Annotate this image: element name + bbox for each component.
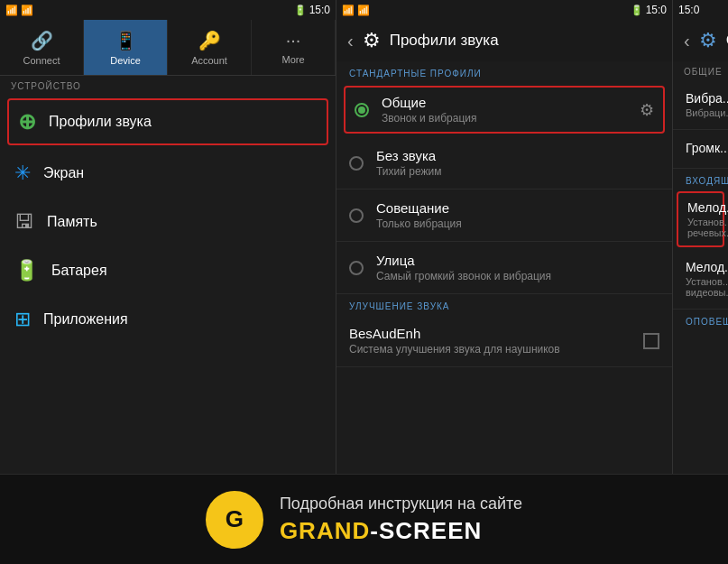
tab-connect[interactable]: 🔗 Connect: [0, 20, 84, 75]
profile-street[interactable]: Улица Самый громкий звонок и вибрация: [336, 242, 672, 294]
profile-general[interactable]: Общие Звонок и вибрация ⚙: [344, 86, 665, 134]
tab-more[interactable]: ··· More: [252, 20, 336, 75]
panel-general-settings: ‹ ⚙ Сохр ОБЩИЕ Вибра... Вибраци... Громк…: [673, 20, 728, 474]
profile-general-sub: Звонок и вибрация: [382, 112, 640, 125]
account-icon: 🔑: [198, 30, 221, 51]
p3-melody2[interactable]: Мелод... Установ... видеовы...: [673, 249, 728, 310]
profile-street-sub: Самый громкий звонок и вибрация: [376, 270, 659, 282]
wifi2-icon: 📶: [342, 5, 355, 16]
radio-street: [349, 261, 364, 275]
besaud-sub: Система улучшения звука для наушников: [349, 343, 643, 356]
tab-connect-label: Connect: [23, 55, 60, 66]
tab-account-label: Account: [191, 55, 227, 66]
signal2-icon: 📶: [357, 5, 370, 16]
enhance-besaud[interactable]: BesAudEnh Система улучшения звука для на…: [336, 315, 672, 367]
p3-volume[interactable]: Громк...: [673, 130, 728, 169]
gear2-icon: ⚙: [699, 29, 717, 52]
besaud-name: BesAudEnh: [349, 326, 643, 341]
profile-silent-name: Без звука: [376, 148, 659, 163]
panel-sound-profiles: ‹ ⚙ Профили звука СТАНДАРТНЫЕ ПРОФИЛИ Об…: [336, 20, 673, 474]
menu-item-screen[interactable]: ✳ Экран: [0, 149, 336, 198]
back-arrow2-icon[interactable]: ‹: [684, 31, 690, 51]
sound-label: Профили звука: [49, 114, 152, 130]
profile-street-name: Улица: [376, 253, 659, 268]
grand-title: GRAND-SCREEN: [280, 517, 522, 545]
tab-device[interactable]: 📱 Device: [84, 20, 168, 75]
back-arrow-icon[interactable]: ‹: [347, 31, 354, 51]
besaud-checkbox[interactable]: [643, 333, 659, 349]
menu-item-apps[interactable]: ⊞ Приложения: [0, 295, 336, 344]
radio-general: [355, 103, 369, 117]
panel-device: 🔗 Connect 📱 Device 🔑 Account ··· More УС…: [0, 20, 336, 474]
device-icon: 📱: [115, 30, 137, 51]
menu-item-sound[interactable]: ⊕ Профили звука: [7, 98, 328, 145]
vibrate-title: Вибра...: [686, 91, 728, 106]
profile-meeting[interactable]: Совещание Только вибрация: [336, 190, 672, 242]
grand-subtitle: Подробная инструкция на сайте: [280, 495, 522, 513]
main-content: 🔗 Connect 📱 Device 🔑 Account ··· More УС…: [0, 20, 728, 474]
status-bar-panel2: 📶 📶 🔋 15:0: [336, 0, 673, 20]
general-section-header: ОБЩИЕ: [673, 61, 728, 80]
screen-icon: ✳: [14, 162, 31, 185]
grand-text-block: Подробная инструкция на сайте GRAND-SCRE…: [280, 495, 522, 545]
vibrate-sub: Вибраци...: [686, 107, 728, 118]
menu-item-battery[interactable]: 🔋 Батарея: [0, 246, 336, 295]
apps-label: Приложения: [43, 311, 128, 328]
grand-logo-letter: G: [226, 505, 244, 533]
tab-bar: 🔗 Connect 📱 Device 🔑 Account ··· More: [0, 20, 336, 76]
profile-street-text: Улица Самый громкий звонок и вибрация: [376, 253, 659, 282]
battery-icon-2: 🔋: [631, 5, 643, 16]
bottom-banner: G Подробная инструкция на сайте GRAND-SC…: [0, 474, 728, 564]
incoming-section-header: ВХОДЯШ...: [673, 169, 728, 190]
panel2-title: Профили звука: [390, 32, 499, 50]
gear-header-icon: ⚙: [363, 29, 381, 52]
enhance-header: УЛУЧШЕНИЕ ЗВУКА: [336, 294, 672, 315]
radio-silent: [349, 156, 364, 171]
profile-meeting-name: Совещание: [376, 200, 659, 216]
notify-section-header: ОПОВЕЩ...: [673, 310, 728, 330]
wifi-icon: 📶: [5, 5, 18, 16]
p3-melody1[interactable]: Мелод... Установ... речевых...: [677, 191, 724, 247]
profile-list: СТАНДАРТНЫЕ ПРОФИЛИ Общие Звонок и вибра…: [336, 61, 672, 474]
time-1: 15:0: [309, 4, 330, 16]
signal-icon: 📶: [21, 5, 33, 16]
profile-silent-text: Без звука Тихий режим: [376, 148, 659, 178]
status-bar-panel1: 📶 📶 🔋 15:0: [0, 0, 336, 20]
melody2-sub: Установ... видеовы...: [686, 276, 728, 298]
panel2-header: ‹ ⚙ Профили звука: [336, 20, 672, 61]
connect-icon: 🔗: [31, 30, 53, 51]
melody2-title: Мелод...: [686, 260, 728, 274]
profile-silent-sub: Тихий режим: [376, 165, 659, 178]
tab-device-label: Device: [110, 55, 141, 66]
time-3: 15:0: [678, 4, 699, 16]
melody1-title: Мелод...: [687, 200, 728, 215]
profile-meeting-text: Совещание Только вибрация: [376, 200, 659, 230]
panel3-header: ‹ ⚙ Сохр: [673, 20, 728, 61]
tab-account[interactable]: 🔑 Account: [168, 20, 252, 75]
menu-item-memory[interactable]: 🖫 Память: [0, 198, 336, 246]
more-icon: ···: [286, 30, 301, 51]
time-2: 15:0: [646, 4, 667, 16]
battery-label: Батарея: [51, 263, 107, 279]
status-bars: 📶 📶 🔋 15:0 📶 📶 🔋 15:0 15:0: [0, 0, 728, 20]
volume-title: Громк...: [686, 141, 728, 155]
profile-silent[interactable]: Без звука Тихий режим: [336, 137, 672, 190]
tab-more-label: More: [281, 54, 304, 65]
radio-meeting: [349, 208, 364, 223]
screen-label: Экран: [43, 165, 84, 181]
profile-general-gear-icon[interactable]: ⚙: [640, 100, 654, 120]
memory-label: Память: [47, 214, 97, 230]
apps-icon: ⊞: [14, 308, 31, 331]
standard-profiles-header: СТАНДАРТНЫЕ ПРОФИЛИ: [336, 61, 672, 82]
besaud-text: BesAudEnh Система улучшения звука для на…: [349, 326, 643, 356]
grand-logo: G: [206, 491, 263, 549]
device-section-header: УСТРОЙСТВО: [0, 76, 336, 95]
profile-general-name: Общие: [382, 95, 640, 110]
profile-general-text: Общие Звонок и вибрация: [382, 95, 640, 125]
battery-menu-icon: 🔋: [14, 259, 39, 282]
status-bar-panel3: 15:0: [673, 0, 728, 20]
profile-meeting-sub: Только вибрация: [376, 217, 659, 230]
melody1-sub: Установ... речевых...: [687, 217, 728, 238]
p3-vibrate[interactable]: Вибра... Вибраци...: [673, 80, 728, 130]
sound-icon: ⊕: [18, 109, 36, 134]
